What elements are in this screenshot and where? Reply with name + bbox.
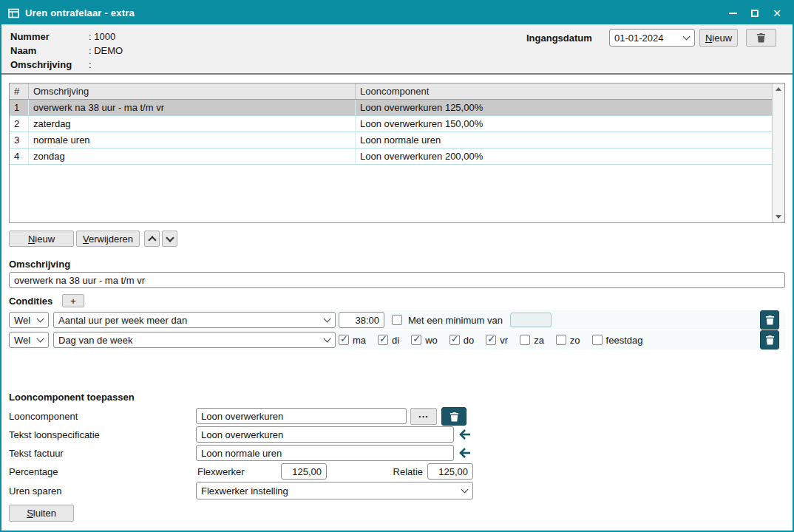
condition-mode-select[interactable]: Wel — [9, 312, 49, 328]
flexwerker-label: Flexwerker — [197, 466, 245, 477]
trash-icon — [449, 412, 459, 422]
sluiten-button[interactable]: Sluiten — [9, 505, 74, 522]
chevron-down-icon — [683, 33, 690, 41]
move-down-button[interactable] — [162, 231, 177, 247]
delete-version-button[interactable] — [746, 29, 776, 47]
column-header-looncomponent[interactable]: Looncomponent — [356, 83, 772, 99]
condition-type-select[interactable]: Dag van de week — [53, 332, 336, 348]
unravel-rules-table: # Omschrijving Looncomponent 1 overwerk … — [9, 83, 785, 223]
weekday-option: do — [449, 335, 474, 346]
table-row[interactable]: 3 normale uren Loon normale uren — [10, 132, 772, 149]
cell-looncomponent: Loon normale uren — [356, 134, 772, 146]
day-checkbox[interactable] — [520, 335, 530, 345]
nieuw-row-button[interactable]: Nieuw — [9, 231, 74, 247]
day-label: vr — [500, 335, 508, 346]
table-row[interactable]: 1 overwerk na 38 uur - ma t/m vr Loon ov… — [10, 100, 772, 116]
hours-threshold-input[interactable] — [339, 312, 384, 328]
cell-looncomponent: Loon overwerkuren 200,00% — [356, 151, 772, 162]
relatie-percentage-input[interactable] — [427, 463, 473, 480]
omschrijving-header-label: Omschrijving — [10, 59, 72, 70]
header-divider — [1, 73, 793, 75]
table-scrollbar[interactable] — [772, 83, 784, 222]
column-header-omschrijving[interactable]: Omschrijving — [29, 83, 356, 99]
day-checkbox[interactable] — [449, 335, 460, 345]
day-checkbox[interactable] — [378, 335, 388, 345]
uren-sparen-select[interactable]: Flexwerker instelling — [196, 482, 473, 499]
weekday-option: feestdag — [592, 335, 643, 346]
minimum-checkbox[interactable] — [392, 315, 402, 325]
day-label: di — [392, 335, 399, 346]
minimize-button[interactable] — [722, 1, 744, 24]
copy-loonspec-button[interactable] — [457, 426, 473, 443]
move-up-button[interactable] — [144, 231, 160, 247]
flexwerker-percentage-input[interactable] — [281, 463, 327, 480]
chevron-down-icon — [37, 335, 44, 343]
nieuw-version-button[interactable]: Nieuw — [699, 29, 738, 47]
day-checkbox[interactable] — [556, 335, 566, 345]
ellipsis-icon: ... — [418, 409, 429, 420]
naam-label: Naam — [10, 45, 36, 56]
cell-omschrijving: overwerk na 38 uur - ma t/m vr — [29, 100, 356, 115]
condition-type-select[interactable]: Aantal uur per week meer dan — [53, 312, 336, 328]
table-header-row: # Omschrijving Looncomponent — [10, 83, 772, 100]
ingangsdatum-label: Ingangsdatum — [526, 33, 592, 44]
table-row[interactable]: 2 zaterdag Loon overwerkuren 150,00% — [10, 116, 772, 132]
clear-looncomponent-button[interactable] — [441, 407, 466, 426]
delete-condition-button[interactable] — [760, 330, 779, 349]
delete-condition-button[interactable] — [760, 310, 779, 330]
condition-row: Wel Aantal uur per week meer dan Met een… — [9, 310, 785, 330]
minimum-label: Met een minimum van — [408, 315, 503, 326]
plus-icon: + — [70, 296, 76, 307]
factuur-label: Tekst factuur — [9, 448, 64, 459]
chevron-down-icon — [37, 316, 44, 323]
window-controls: ✕ — [722, 1, 793, 24]
chevron-down-icon — [324, 316, 331, 323]
day-checkbox[interactable] — [339, 335, 349, 345]
looncomponent-input[interactable] — [196, 408, 407, 424]
loonspec-input[interactable] — [196, 426, 454, 443]
scroll-down-icon[interactable] — [776, 215, 781, 219]
window-title: Uren ontrafelaar - extra — [25, 7, 135, 18]
cell-num: 2 — [10, 116, 29, 132]
omschrijving-input[interactable] — [9, 272, 785, 288]
weekday-option: vr — [486, 335, 508, 346]
close-button[interactable]: ✕ — [766, 1, 788, 24]
day-checkbox[interactable] — [592, 335, 603, 345]
copy-factuur-button[interactable] — [457, 445, 473, 461]
day-checkbox[interactable] — [411, 335, 421, 345]
minimum-value-input[interactable] — [510, 313, 552, 327]
chevron-up-icon — [148, 236, 156, 244]
condities-label: Condities — [9, 296, 52, 307]
chevron-down-icon — [461, 486, 469, 494]
trash-icon — [765, 315, 775, 325]
ingangsdatum-select[interactable]: 01-01-2024 — [609, 29, 695, 47]
weekday-option: di — [378, 335, 399, 346]
titlebar: Uren ontrafelaar - extra ✕ — [1, 1, 793, 24]
relatie-label: Relatie — [384, 466, 423, 477]
column-header-num[interactable]: # — [10, 83, 29, 99]
factuur-input[interactable] — [196, 445, 454, 461]
day-label: za — [534, 335, 544, 346]
verwijderen-button[interactable]: Verwijderen — [76, 231, 140, 247]
cell-looncomponent: Loon overwerkuren 125,00% — [356, 102, 772, 113]
scroll-up-icon[interactable] — [776, 87, 781, 91]
chevron-down-icon — [324, 335, 331, 343]
uren-sparen-value: Flexwerker instelling — [201, 485, 288, 497]
looncomponent-label: Looncomponent — [9, 411, 78, 422]
table-row[interactable]: 4 zondag Loon overwerkuren 200,00% — [10, 149, 772, 165]
day-label: wo — [425, 335, 438, 346]
day-checkbox[interactable] — [486, 335, 496, 345]
day-label: feestdag — [606, 335, 643, 346]
condition-mode-select[interactable]: Wel — [9, 332, 49, 348]
omschrijving-field-label: Omschrijving — [9, 259, 70, 270]
minimize-icon — [729, 13, 737, 14]
add-condition-button[interactable]: + — [62, 294, 84, 307]
ingangsdatum-value: 01-01-2024 — [614, 33, 664, 44]
nummer-value: : 1000 — [89, 31, 115, 42]
day-label: ma — [353, 335, 366, 346]
looncomponent-section-title: Looncomponent toepassen — [9, 392, 135, 403]
weekday-option: za — [520, 335, 544, 346]
browse-looncomponent-button[interactable]: ... — [410, 408, 437, 425]
maximize-icon — [751, 10, 759, 17]
maximize-button[interactable] — [744, 1, 766, 24]
